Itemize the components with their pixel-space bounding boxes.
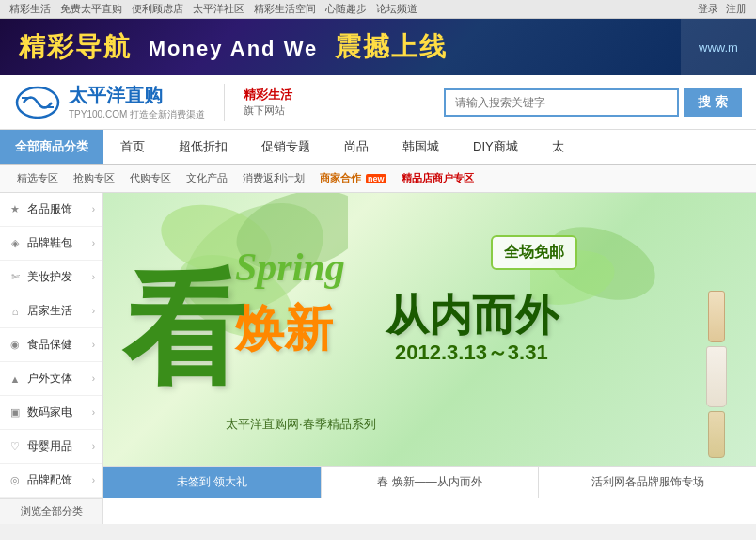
sidebar-item-digital[interactable]: ▣ 数码家电 › bbox=[0, 396, 102, 430]
topnav-item-4[interactable]: 太平洋社区 bbox=[193, 2, 244, 16]
food-arrow: › bbox=[92, 340, 95, 350]
home-arrow: › bbox=[92, 306, 95, 316]
digital-label: 数码家电 bbox=[27, 405, 92, 421]
sidebar-item-outdoor[interactable]: ▲ 户外文体 › bbox=[0, 362, 102, 396]
nav-item-korea[interactable]: 韩国城 bbox=[386, 130, 456, 164]
nav-item-promo[interactable]: 促销专题 bbox=[244, 130, 327, 164]
clothing-icon: ★ bbox=[8, 202, 23, 217]
accessories-arrow: › bbox=[92, 475, 95, 485]
sidebar-item-accessories[interactable]: ◎ 品牌配饰 › bbox=[0, 464, 102, 498]
sidebar-more[interactable]: 浏览全部分类 bbox=[0, 498, 102, 524]
hero-tagline2: 从内而外 bbox=[386, 287, 559, 345]
hero-spring: Spring bbox=[235, 245, 345, 290]
topnav-item-1[interactable]: 精彩生活 bbox=[9, 2, 51, 16]
secnav-item-2[interactable]: 抢购专区 bbox=[66, 168, 122, 188]
search-input[interactable] bbox=[444, 88, 679, 117]
strip-item-3[interactable]: 活利网各品牌服饰专场 bbox=[539, 467, 756, 498]
digital-icon: ▣ bbox=[8, 405, 23, 421]
sec-nav: 精选专区 抢购专区 代购专区 文化产品 消费返利计划 商家合作 new 精品店商… bbox=[0, 165, 756, 193]
logo-sub-text: TPY100.COM 打造全新消费渠道 bbox=[69, 108, 205, 121]
logo-text-area: 太平洋直购 TPY100.COM 打造全新消费渠道 bbox=[69, 83, 205, 121]
product-bottle-3 bbox=[708, 411, 725, 458]
topnav-item-5[interactable]: 精彩生活空间 bbox=[254, 2, 316, 16]
slogan-line2: 旗下网站 bbox=[244, 103, 292, 118]
bottom-strip: 未签到 领大礼 春 焕新——从内而外 活利网各品牌服饰专场 bbox=[103, 466, 756, 498]
hero-products bbox=[681, 221, 751, 466]
hero-banner: 看 Spring 焕新 从内而外 2012.3.13～3.31 太平洋直购网·春… bbox=[103, 193, 756, 466]
shoes-label: 品牌鞋包 bbox=[27, 235, 92, 251]
sidebar-item-home[interactable]: ⌂ 居家生活 › bbox=[0, 294, 102, 328]
top-banner: 精彩导航 Money And We 震撼上线 www.m bbox=[0, 19, 756, 75]
outdoor-icon: ▲ bbox=[8, 372, 23, 387]
topnav-item-6[interactable]: 心随趣步 bbox=[325, 2, 367, 16]
logo-icon bbox=[14, 85, 61, 120]
hero-tagline1-area: 焕新 bbox=[235, 296, 333, 362]
secnav-item-5[interactable]: 消费返利计划 bbox=[235, 168, 312, 188]
site-header: 太平洋直购 TPY100.COM 打造全新消费渠道 精彩生活 旗下网站 搜 索 bbox=[0, 75, 756, 130]
logo-divider bbox=[224, 84, 225, 121]
nav-item-diy[interactable]: DIY商城 bbox=[456, 130, 535, 164]
secnav-item-4[interactable]: 文化产品 bbox=[179, 168, 235, 188]
outdoor-arrow: › bbox=[92, 373, 95, 384]
nav-item-discount[interactable]: 超低折扣 bbox=[162, 130, 244, 164]
banner-text3: 震撼上线 bbox=[335, 32, 448, 61]
digital-arrow: › bbox=[92, 407, 95, 418]
hero-date: 2012.3.13～3.31 bbox=[395, 339, 548, 367]
logo-main-text: 太平洋直购 bbox=[69, 83, 205, 108]
secnav-item-1[interactable]: 精选专区 bbox=[9, 168, 66, 188]
hero-tagline2-area: 从内而外 bbox=[386, 287, 559, 345]
banner-text-area: 精彩导航 Money And We 震撼上线 bbox=[19, 29, 448, 65]
banner-url: www.m bbox=[681, 19, 756, 75]
top-nav: 精彩生活 免费太平直购 便利顾虑店 太平洋社区 精彩生活空间 心随趣步 论坛频道… bbox=[0, 0, 756, 19]
hero-spring-area: Spring bbox=[235, 245, 345, 290]
sidebar-item-shoes[interactable]: ◈ 品牌鞋包 › bbox=[0, 227, 102, 261]
logo-area: 太平洋直购 TPY100.COM 打造全新消费渠道 bbox=[14, 83, 205, 121]
shoes-icon: ◈ bbox=[8, 236, 23, 251]
topnav-item-2[interactable]: 免费太平直购 bbox=[60, 2, 122, 16]
secnav-item-3[interactable]: 代购专区 bbox=[122, 168, 179, 188]
secnav-item-partner[interactable]: 商家合作 new bbox=[312, 168, 394, 188]
hero-tagline1: 焕新 bbox=[235, 296, 333, 362]
logo-slogan: 精彩生活 旗下网站 bbox=[244, 87, 292, 118]
strip-item-1[interactable]: 未签到 领大礼 bbox=[103, 467, 322, 498]
clothing-label: 名品服饰 bbox=[27, 201, 92, 217]
sidebar-item-food[interactable]: ◉ 食品保健 › bbox=[0, 328, 102, 362]
main-content: 看 Spring 焕新 从内而外 2012.3.13～3.31 太平洋直购网·春… bbox=[103, 193, 756, 524]
baby-label: 母婴用品 bbox=[27, 438, 92, 454]
topnav-item-7[interactable]: 论坛频道 bbox=[376, 2, 417, 16]
sidebar: ★ 名品服饰 › ◈ 品牌鞋包 › ✄ 美妆护发 › ⌂ 居家生活 › ◉ 食品… bbox=[0, 193, 103, 524]
banner-text1: 精彩导航 bbox=[19, 32, 132, 61]
food-icon: ◉ bbox=[8, 338, 23, 353]
hero-char: 看 bbox=[122, 268, 244, 390]
sidebar-item-baby[interactable]: ♡ 母婴用品 › bbox=[0, 430, 102, 464]
baby-arrow: › bbox=[92, 441, 95, 452]
hero-subtitle: 太平洋直购网·春季精品系列 bbox=[226, 416, 376, 433]
hero-char-area: 看 bbox=[122, 268, 244, 390]
sidebar-item-clothing[interactable]: ★ 名品服饰 › bbox=[0, 193, 102, 227]
main-nav: 全部商品分类 首页 超低折扣 促销专题 尚品 韩国城 DIY商城 太 bbox=[0, 130, 756, 165]
clothing-arrow: › bbox=[92, 204, 95, 214]
search-area: 搜 索 bbox=[444, 88, 742, 117]
partner-badge: new bbox=[366, 174, 386, 183]
baby-icon: ♡ bbox=[8, 439, 23, 454]
category-button[interactable]: 全部商品分类 bbox=[0, 130, 103, 164]
sidebar-item-beauty[interactable]: ✄ 美妆护发 › bbox=[0, 261, 102, 294]
product-bottle-1 bbox=[708, 291, 725, 342]
register-link[interactable]: 注册 bbox=[726, 2, 747, 16]
hero-date-area: 2012.3.13～3.31 bbox=[395, 339, 548, 367]
nav-item-more[interactable]: 太 bbox=[535, 130, 581, 164]
accessories-label: 品牌配饰 bbox=[27, 472, 92, 488]
nav-item-premium[interactable]: 尚品 bbox=[327, 130, 386, 164]
shoes-arrow: › bbox=[92, 238, 95, 248]
secnav-item-highlight[interactable]: 精品店商户专区 bbox=[394, 168, 481, 188]
login-link[interactable]: 登录 bbox=[698, 2, 718, 16]
search-button[interactable]: 搜 索 bbox=[684, 88, 742, 117]
food-label: 食品保健 bbox=[27, 337, 92, 353]
topnav-item-3[interactable]: 便利顾虑店 bbox=[132, 2, 183, 16]
accessories-icon: ◎ bbox=[8, 473, 23, 488]
nav-items: 首页 超低折扣 促销专题 尚品 韩国城 DIY商城 太 bbox=[103, 130, 581, 164]
strip-item-2[interactable]: 春 焕新——从内而外 bbox=[322, 467, 540, 498]
beauty-label: 美妆护发 bbox=[27, 269, 92, 285]
nav-item-home[interactable]: 首页 bbox=[103, 130, 162, 164]
beauty-arrow: › bbox=[92, 272, 95, 282]
